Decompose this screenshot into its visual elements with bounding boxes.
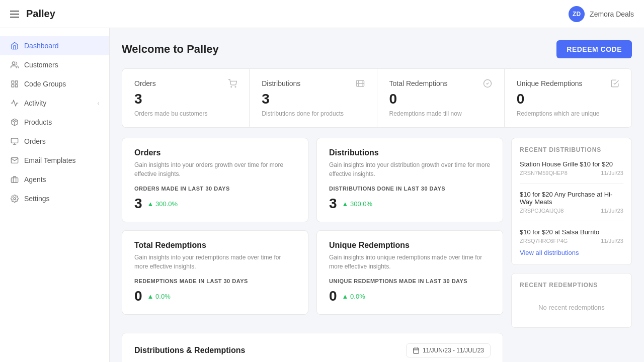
dist-name-2: $10 for $20 at Salsa Burrito — [520, 228, 623, 236]
svg-rect-3 — [15, 84, 18, 87]
chevron-left-icon: ‹ — [98, 101, 99, 106]
sidebar-item-activity[interactable]: Activity ‹ — [0, 94, 109, 113]
dist-code-0: ZRSN7M59QHEP8 — [520, 170, 568, 176]
orders-icon — [10, 137, 19, 146]
card-total-redemptions-metric-value: 0 — [134, 288, 142, 304]
activity-icon — [10, 99, 19, 108]
menu-icon[interactable] — [10, 11, 19, 18]
svg-point-12 — [231, 86, 232, 87]
card-unique-redemptions-desc: Gain insights into unique redemptions ma… — [329, 253, 491, 271]
date-range-button[interactable]: 11/JUN/23 - 11/JUL/23 — [406, 343, 491, 357]
stat-unique-redemptions-desc: Redemptions which are unique — [517, 110, 619, 117]
dist-date-0: 11/Jul/23 — [601, 170, 623, 176]
stat-distributions-desc: Distributions done for products — [262, 110, 364, 117]
sidebar-item-agents[interactable]: Agents — [0, 170, 109, 189]
home-icon — [10, 41, 19, 50]
stat-unique-redemptions: Unique Redemptions 0 Redemptions which a… — [505, 69, 631, 127]
card-unique-redemptions-metric-label: UNIQUE REDEMPTIONS MADE IN LAST 30 DAYS — [329, 278, 491, 284]
card-total-redemptions-metric-change: ▲ 0.0% — [147, 293, 171, 300]
stat-total-redemptions-desc: Redemptions made till now — [389, 110, 492, 117]
chart-title: Distributions & Redemptions — [134, 346, 245, 355]
cards-grid: Orders Gain insights into your orders gr… — [122, 138, 503, 315]
svg-point-0 — [12, 62, 15, 64]
dist-date-1: 11/Jul/23 — [601, 208, 623, 214]
sidebar-item-email-templates[interactable]: Email Templates — [0, 151, 109, 170]
stats-row: Orders 3 Orders made bu customers Distri… — [122, 68, 632, 128]
app-logo: Palley — [26, 8, 569, 20]
header: Palley ZD Zemora Deals — [0, 0, 644, 28]
stat-total-redemptions-value: 0 — [389, 91, 492, 107]
card-orders-metric-label: ORDERS MADE IN LAST 30 DAYS — [134, 186, 296, 192]
card-distributions: Distributions Gain insights into your di… — [316, 138, 503, 222]
view-all-distributions-link[interactable]: View all distributions — [520, 249, 623, 256]
card-distributions-metric-value: 3 — [329, 196, 337, 212]
svg-line-5 — [13, 120, 16, 121]
svg-rect-10 — [11, 178, 18, 183]
card-distributions-metric-label: DISTRIBUTIONS DONE IN LAST 30 DAYS — [329, 186, 491, 192]
cart-icon — [228, 79, 237, 88]
svg-rect-4 — [12, 84, 14, 87]
stat-orders-value: 3 — [134, 91, 237, 107]
agents-icon — [10, 175, 19, 184]
sidebar-item-dashboard[interactable]: Dashboard — [0, 36, 109, 55]
distribution-item-1: $10 for $20 Any Purchase at Hi-Way Meats… — [520, 191, 623, 221]
svg-rect-1 — [12, 81, 14, 83]
svg-point-11 — [14, 198, 16, 200]
page-title: Welcome to Palley — [122, 43, 219, 56]
stat-orders: Orders 3 Orders made bu customers — [122, 69, 250, 127]
card-unique-redemptions-metric-value: 0 — [329, 288, 337, 304]
card-total-redemptions-desc: Gain insights into your redemptions made… — [134, 253, 296, 271]
settings-icon — [10, 194, 19, 203]
chart-card: Distributions & Redemptions 11/JUN/23 - … — [122, 333, 503, 362]
dist-code-1: ZRSPCJGAIJQJ8 — [520, 208, 564, 214]
date-range-label: 11/JUN/23 - 11/JUL/23 — [423, 347, 484, 354]
users-icon — [10, 60, 19, 69]
header-user: ZD Zemora Deals — [569, 6, 634, 22]
left-content: Orders Gain insights into your orders gr… — [122, 138, 503, 362]
dist-code-2: ZRSQ7HRC6FP4G — [520, 238, 568, 244]
sidebar-item-customers[interactable]: Customers — [0, 55, 109, 74]
card-total-redemptions-metric-label: REDEMPTIONS MADE IN LAST 30 DAYS — [134, 278, 296, 284]
package-icon — [10, 118, 19, 127]
stat-unique-redemptions-value: 0 — [517, 91, 619, 107]
distribution-item-0: Station House Grille $10 for $20 ZRSN7M5… — [520, 160, 623, 184]
mail-icon — [10, 156, 19, 165]
sidebar-label-activity: Activity — [24, 99, 46, 107]
sidebar-label-dashboard: Dashboard — [24, 42, 59, 50]
sidebar-item-orders[interactable]: Orders — [0, 132, 109, 151]
redeem-code-button[interactable]: REDEEM CODE — [556, 40, 632, 58]
svg-rect-16 — [414, 348, 419, 353]
dist-name-0: Station House Grille $10 for $20 — [520, 160, 623, 168]
check-square-icon — [610, 79, 619, 88]
svg-rect-7 — [11, 138, 18, 143]
stat-orders-label: Orders — [134, 79, 156, 87]
recent-redemptions-title: RECENT REDEMPTIONS — [520, 282, 623, 289]
grid-icon — [10, 79, 19, 88]
svg-point-13 — [235, 86, 236, 87]
dist-name-1: $10 for $20 Any Purchase at Hi-Way Meats — [520, 191, 623, 206]
sidebar-label-email-templates: Email Templates — [24, 156, 75, 164]
svg-rect-2 — [15, 81, 18, 83]
check-circle-icon — [483, 79, 492, 88]
sidebar-item-code-groups[interactable]: Code Groups — [0, 74, 109, 94]
card-distributions-desc: Gain insights into your distribution gro… — [329, 160, 491, 178]
stat-total-redemptions: Total Redemptions 0 Redemptions made til… — [377, 69, 505, 127]
sidebar-label-agents: Agents — [24, 175, 46, 184]
card-total-redemptions-title: Total Redemptions — [134, 241, 296, 250]
card-unique-redemptions-title: Unique Redemptions — [329, 241, 491, 250]
layout: Dashboard Customers Code Groups Activity… — [0, 28, 644, 362]
sidebar-label-orders: Orders — [24, 137, 46, 145]
stat-unique-redemptions-label: Unique Redemptions — [517, 79, 583, 87]
bottom-section: Orders Gain insights into your orders gr… — [122, 138, 632, 362]
recent-redemptions-card: RECENT REDEMPTIONS No recent redemptions — [511, 273, 632, 328]
dist-date-2: 11/Jul/23 — [601, 238, 623, 244]
card-orders-metric-change: ▲ 300.0% — [147, 200, 178, 208]
avatar: ZD — [569, 6, 585, 22]
card-distributions-title: Distributions — [329, 148, 491, 157]
sidebar-label-products: Products — [24, 118, 52, 126]
sidebar-item-products[interactable]: Products — [0, 113, 109, 132]
sidebar-item-settings[interactable]: Settings — [0, 189, 109, 208]
recent-distributions-title: RECENT DISTRIBUTIONS — [520, 146, 623, 153]
recent-distributions-card: RECENT DISTRIBUTIONS Station House Grill… — [511, 138, 632, 265]
sidebar-label-code-groups: Code Groups — [24, 80, 66, 88]
